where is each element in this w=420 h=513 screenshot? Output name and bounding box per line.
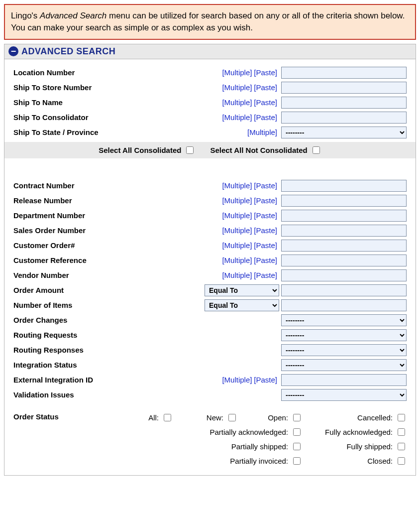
- label-ship-to-consolidator: Ship To Consolidator: [13, 113, 138, 122]
- customer-reference-input[interactable]: [281, 255, 407, 266]
- label-ship-to-store: Ship To Store Number: [13, 83, 138, 92]
- ship-to-consolidator-input[interactable]: [281, 112, 407, 124]
- row-ship-to-state: Ship To State / Province [Multiple] ----…: [13, 125, 407, 140]
- integration-status-select[interactable]: --------: [281, 359, 407, 371]
- info-banner: Lingo's Advanced Search menu can be util…: [4, 4, 416, 40]
- ship-to-store-input[interactable]: [281, 82, 407, 94]
- customer-order-input[interactable]: [281, 240, 407, 252]
- order-changes-select[interactable]: --------: [281, 314, 407, 326]
- multiple-link[interactable]: [Multiple]: [247, 128, 277, 136]
- multiple-link[interactable]: [Multiple]: [222, 196, 252, 205]
- status-open-label: Open:: [268, 413, 288, 422]
- row-ship-to-name: Ship To Name [Multiple] [Paste]: [13, 95, 407, 110]
- status-partially-invoiced-checkbox[interactable]: [293, 457, 301, 465]
- status-partially-ack: Partially acknowledged:: [193, 427, 302, 437]
- paste-link[interactable]: [Paste]: [254, 196, 277, 205]
- status-new: New:: [193, 412, 237, 423]
- label-contract-number: Contract Number: [13, 181, 138, 190]
- label-ship-to-state: Ship To State / Province: [13, 128, 138, 136]
- paste-link[interactable]: [Paste]: [254, 256, 277, 264]
- status-fully-ack-checkbox[interactable]: [398, 428, 405, 436]
- paste-link[interactable]: [Paste]: [254, 113, 277, 122]
- location-number-input[interactable]: [281, 67, 407, 79]
- row-integration-status: Integration Status --------: [13, 358, 407, 373]
- status-fully-ack: Fully acknowledged:: [322, 427, 407, 437]
- number-of-items-input[interactable]: [281, 299, 407, 311]
- select-all-not-consolidated-checkbox[interactable]: [313, 146, 320, 154]
- multiple-link[interactable]: [Multiple]: [222, 98, 252, 107]
- paste-link[interactable]: [Paste]: [254, 376, 277, 384]
- row-customer-order: Customer Order# [Multiple] [Paste]: [13, 238, 407, 253]
- label-order-changes: Order Changes: [13, 316, 138, 324]
- label-sales-order-number: Sales Order Number: [13, 226, 138, 235]
- multiple-link[interactable]: [Multiple]: [222, 68, 252, 77]
- paste-link[interactable]: [Paste]: [254, 226, 277, 235]
- status-closed-checkbox[interactable]: [398, 457, 405, 465]
- status-cancelled-checkbox[interactable]: [398, 414, 405, 421]
- select-all-not-consolidated[interactable]: Select All Not Consolidated: [210, 145, 321, 155]
- multiple-link[interactable]: [Multiple]: [222, 226, 252, 235]
- paste-link[interactable]: [Paste]: [254, 98, 277, 107]
- label-validation-issues: Validation Issues: [13, 390, 138, 399]
- panel-header[interactable]: − ADVANCED SEARCH: [4, 44, 416, 59]
- multiple-link[interactable]: [Multiple]: [222, 256, 252, 264]
- status-cancelled-label: Cancelled:: [357, 413, 393, 422]
- select-all-consolidated[interactable]: Select All Consolidated: [99, 145, 195, 155]
- multiple-link[interactable]: [Multiple]: [222, 83, 252, 92]
- status-all-label: All:: [148, 413, 159, 422]
- paste-link[interactable]: [Paste]: [254, 68, 277, 77]
- consolidated-bar: Select All Consolidated Select All Not C…: [4, 142, 416, 158]
- ship-to-state-select[interactable]: --------: [281, 127, 407, 138]
- select-all-not-consolidated-label: Select All Not Consolidated: [210, 146, 307, 154]
- contract-number-input[interactable]: [281, 180, 407, 192]
- release-number-input[interactable]: [281, 195, 407, 207]
- row-number-of-items: Number of Items Equal To: [13, 298, 407, 313]
- external-integration-id-input[interactable]: [281, 374, 407, 386]
- routing-requests-select[interactable]: --------: [281, 329, 407, 341]
- sales-order-number-input[interactable]: [281, 225, 407, 237]
- row-external-integration-id: External Integration ID [Multiple] [Past…: [13, 373, 407, 387]
- multiple-link[interactable]: [Multiple]: [222, 113, 252, 122]
- order-amount-operator[interactable]: Equal To: [205, 284, 279, 296]
- row-department-number: Department Number [Multiple] [Paste]: [13, 208, 407, 223]
- select-all-consolidated-label: Select All Consolidated: [99, 146, 181, 154]
- ship-to-name-input[interactable]: [281, 97, 407, 109]
- vendor-number-input[interactable]: [281, 269, 407, 281]
- label-number-of-items: Number of Items: [13, 301, 138, 309]
- status-fully-shipped-checkbox[interactable]: [398, 443, 405, 450]
- number-of-items-operator[interactable]: Equal To: [205, 299, 279, 311]
- status-fully-shipped-label: Fully shipped:: [346, 442, 393, 451]
- row-ship-to-consolidator: Ship To Consolidator [Multiple] [Paste]: [13, 110, 407, 125]
- paste-link[interactable]: [Paste]: [254, 83, 277, 92]
- order-amount-input[interactable]: [281, 284, 407, 296]
- paste-link[interactable]: [Paste]: [254, 271, 277, 279]
- row-sales-order-number: Sales Order Number [Multiple] [Paste]: [13, 223, 407, 238]
- multiple-link[interactable]: [Multiple]: [222, 241, 252, 250]
- multiple-link[interactable]: [Multiple]: [222, 211, 252, 220]
- label-release-number: Release Number: [13, 196, 138, 205]
- status-partially-shipped: Partially shipped:: [193, 441, 302, 452]
- select-all-consolidated-checkbox[interactable]: [186, 146, 194, 154]
- row-location-number: Location Number [Multiple] [Paste]: [13, 65, 407, 80]
- status-partially-ack-label: Partially acknowledged:: [210, 428, 288, 436]
- status-open-checkbox[interactable]: [293, 414, 301, 421]
- department-number-input[interactable]: [281, 210, 407, 222]
- paste-link[interactable]: [Paste]: [254, 241, 277, 250]
- status-partially-ack-checkbox[interactable]: [293, 428, 301, 436]
- label-routing-requests: Routing Requests: [13, 331, 138, 339]
- status-open: Open:: [257, 412, 302, 423]
- status-new-checkbox[interactable]: [228, 414, 236, 421]
- row-customer-reference: Customer Reference [Multiple] [Paste]: [13, 253, 407, 268]
- label-department-number: Department Number: [13, 211, 138, 220]
- collapse-icon[interactable]: −: [8, 46, 18, 56]
- paste-link[interactable]: [Paste]: [254, 211, 277, 220]
- status-partially-shipped-checkbox[interactable]: [293, 443, 301, 450]
- multiple-link[interactable]: [Multiple]: [222, 376, 252, 384]
- validation-issues-select[interactable]: --------: [281, 389, 407, 401]
- label-customer-order: Customer Order#: [13, 241, 138, 250]
- routing-responses-select[interactable]: --------: [281, 344, 407, 356]
- multiple-link[interactable]: [Multiple]: [222, 271, 252, 279]
- status-all-checkbox[interactable]: [164, 414, 171, 421]
- paste-link[interactable]: [Paste]: [254, 181, 277, 190]
- multiple-link[interactable]: [Multiple]: [222, 181, 252, 190]
